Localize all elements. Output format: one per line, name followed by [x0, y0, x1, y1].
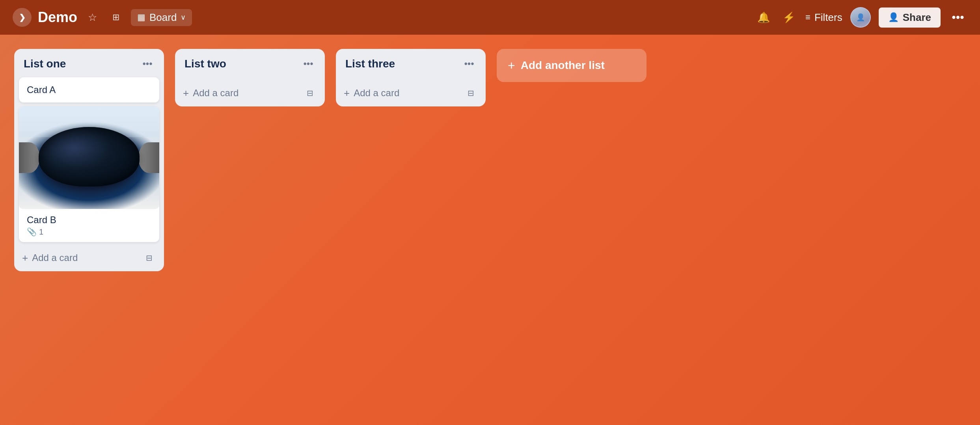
add-card-label: Add a card [354, 88, 399, 99]
list-two-menu-button[interactable]: ••• [301, 57, 315, 71]
notification-icon: 🔔 [757, 11, 770, 24]
ellipsis-icon: ••• [142, 58, 152, 69]
filters-label: Filters [814, 11, 842, 24]
add-list-label: Add another list [521, 59, 605, 72]
list-three-header: List three ••• [336, 49, 486, 77]
plus-icon: + [183, 87, 189, 99]
share-icon: 👤 [888, 12, 899, 22]
list-one-cards: Card A Card B 📎 [14, 77, 164, 242]
lightning-icon: ⚡ [783, 11, 795, 24]
add-list-plus-icon: + [508, 58, 515, 73]
list-three-title: List three [345, 58, 395, 70]
list-three: List three ••• + Add a card ⊟ [336, 49, 486, 106]
header-right: 🔔 ⚡ ≡ Filters 👤 👤 Share ••• [755, 7, 967, 28]
lightning-button[interactable]: ⚡ [780, 9, 797, 26]
template-icon: ⊟ [146, 253, 153, 263]
vr-lens [39, 127, 140, 186]
filters-button[interactable]: ≡ Filters [805, 11, 842, 24]
attachment-icon: 📎 [27, 227, 37, 237]
list-three-footer: + Add a card ⊟ [336, 80, 486, 102]
avatar[interactable]: 👤 [850, 7, 871, 28]
attachment-count: 1 [39, 227, 43, 237]
card-b-title: Card B [27, 214, 151, 226]
header: ❯ Demo ☆ ⊞ ▦ Board ∨ 🔔 ⚡ ≡ Filters 👤 [0, 0, 980, 35]
star-button[interactable]: ☆ [84, 9, 101, 26]
workspace-icon: ⊞ [112, 12, 119, 22]
list-one-title: List one [24, 58, 66, 70]
list-two-title: List two [184, 58, 226, 70]
list-two-header: List two ••• [175, 49, 325, 77]
plus-icon: + [344, 87, 350, 99]
share-label: Share [903, 11, 931, 24]
list-three-add-card-button[interactable]: + Add a card [344, 87, 399, 99]
ellipsis-icon: ••• [303, 58, 313, 69]
notification-button[interactable]: 🔔 [755, 9, 772, 26]
filter-icon: ≡ [805, 12, 810, 22]
list-two-footer: + Add a card ⊟ [175, 80, 325, 102]
card-b-meta: Card B 📎 1 [19, 209, 159, 242]
star-icon: ☆ [88, 11, 97, 24]
avatar-image: 👤 [851, 8, 870, 27]
card-a-title: Card A [27, 84, 56, 95]
vr-strap-left [19, 142, 40, 173]
more-options-button[interactable]: ••• [948, 8, 967, 27]
vr-strap-right [138, 142, 159, 173]
ellipsis-icon: ••• [464, 58, 474, 69]
list-two-template-button[interactable]: ⊟ [303, 86, 317, 100]
vr-headset-image [19, 106, 159, 209]
board-area: List one ••• Card A [0, 35, 980, 425]
add-another-list-button[interactable]: + Add another list [497, 49, 647, 82]
workspace-button[interactable]: ⊞ [107, 9, 125, 26]
attachment-badge: 📎 1 [27, 227, 151, 237]
board-view-selector[interactable]: ▦ Board ∨ [131, 9, 192, 26]
board-title: Demo [38, 9, 77, 26]
list-one: List one ••• Card A [14, 49, 164, 271]
card-a[interactable]: Card A [19, 77, 159, 103]
list-one-footer: + Add a card ⊟ [14, 245, 164, 267]
more-icon: ••• [952, 11, 964, 24]
list-one-add-card-button[interactable]: + Add a card [22, 252, 78, 264]
view-label: Board [149, 11, 177, 24]
template-icon: ⊟ [307, 88, 313, 98]
board-grid-icon: ▦ [137, 12, 145, 22]
list-three-template-button[interactable]: ⊟ [464, 86, 478, 100]
share-button[interactable]: 👤 Share [879, 7, 941, 28]
list-one-menu-button[interactable]: ••• [140, 57, 155, 71]
template-icon: ⊟ [468, 88, 474, 98]
list-two: List two ••• + Add a card ⊟ [175, 49, 325, 106]
add-card-label: Add a card [193, 88, 238, 99]
list-one-template-button[interactable]: ⊟ [142, 251, 156, 265]
chevron-down-icon: ∨ [181, 13, 186, 22]
add-card-label: Add a card [32, 252, 78, 263]
list-one-header: List one ••• [14, 49, 164, 77]
collapse-sidebar-button[interactable]: ❯ [13, 8, 32, 27]
list-two-add-card-button[interactable]: + Add a card [183, 87, 238, 99]
header-left: ❯ Demo ☆ ⊞ ▦ Board ∨ [13, 8, 747, 27]
chevron-left-icon: ❯ [19, 13, 26, 22]
list-three-menu-button[interactable]: ••• [462, 57, 476, 71]
plus-icon: + [22, 252, 28, 264]
card-b-image [19, 106, 159, 209]
card-b[interactable]: Card B 📎 1 [19, 106, 159, 242]
